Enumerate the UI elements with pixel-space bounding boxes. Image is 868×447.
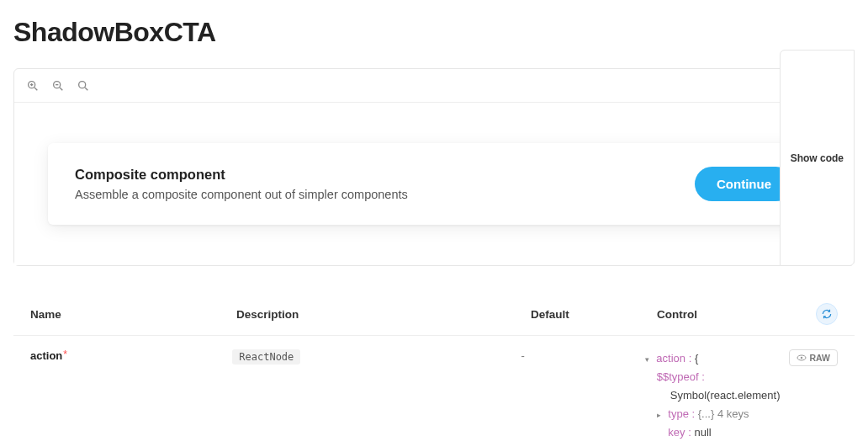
raw-toggle-button[interactable]: RAW: [789, 349, 839, 366]
svg-line-8: [85, 88, 87, 90]
preview-toolbar: [14, 69, 854, 103]
type-chip: ReactNode: [232, 349, 300, 365]
svg-point-7: [79, 81, 86, 88]
svg-line-1: [34, 88, 37, 90]
default-value: -: [521, 349, 525, 362]
column-header-default: Default: [531, 308, 657, 321]
card-description: Assemble a composite component out of si…: [75, 188, 678, 201]
caret-down-icon[interactable]: ▾: [645, 354, 654, 366]
canvas-area: Composite component Assemble a composite…: [14, 103, 854, 265]
args-table-header: Name Description Default Control: [13, 303, 855, 335]
required-mark-icon: *: [63, 349, 67, 360]
zoom-out-icon[interactable]: [50, 77, 66, 94]
column-header-control: Control: [657, 308, 697, 321]
raw-toggle-label: RAW: [810, 353, 831, 363]
page-title: ShadowBoxCTA: [0, 0, 868, 48]
reset-controls-button[interactable]: [816, 303, 838, 325]
zoom-in-icon[interactable]: [24, 77, 41, 94]
svg-line-5: [60, 88, 62, 90]
card-title: Composite component: [75, 167, 678, 183]
continue-button[interactable]: Continue: [695, 167, 793, 201]
shadow-box-cta-card: Composite component Assemble a composite…: [48, 143, 820, 225]
table-row: action* ReactNode - ▾ action : { $$typeo…: [13, 335, 855, 442]
preview-panel: Composite component Assemble a composite…: [13, 68, 855, 266]
svg-point-11: [800, 357, 802, 359]
column-header-name: Name: [30, 308, 236, 321]
args-table: Name Description Default Control action*…: [13, 303, 855, 442]
column-header-description: Description: [236, 308, 531, 321]
control-json-tree[interactable]: ▾ action : { $$typeof : Symbol(react.ele…: [645, 349, 781, 442]
caret-right-icon[interactable]: ▸: [657, 409, 665, 422]
zoom-reset-icon[interactable]: [75, 77, 92, 94]
arg-name: action: [30, 349, 62, 362]
show-code-button[interactable]: Show code: [780, 50, 855, 266]
